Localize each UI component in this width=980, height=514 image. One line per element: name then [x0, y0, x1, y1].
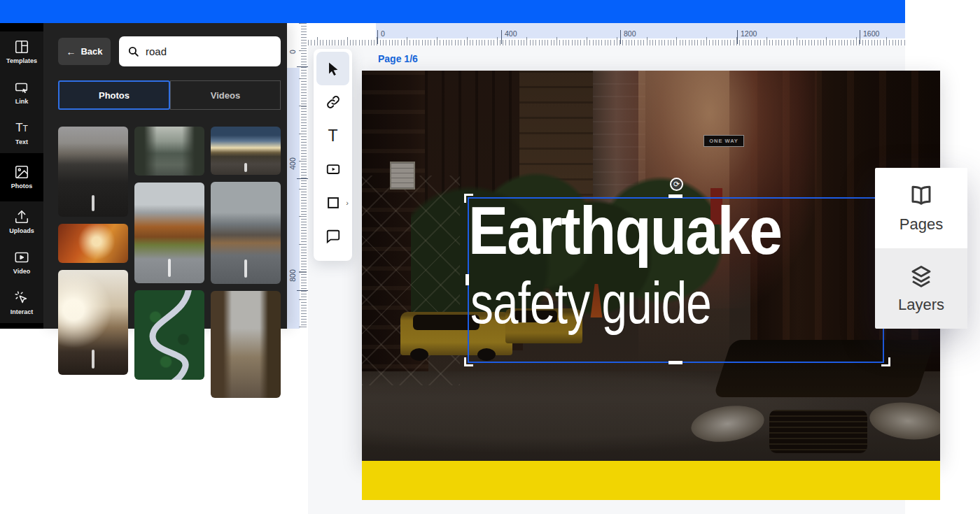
sidebar-item-label: Interact	[10, 308, 34, 315]
rotate-handle[interactable]	[670, 178, 683, 191]
tab-videos[interactable]: Videos	[170, 80, 281, 110]
layers-icon	[906, 264, 936, 289]
sidebar-item-label: Templates	[6, 57, 37, 64]
text-icon: TT	[14, 120, 29, 136]
photo-result-autumn-mountain-road[interactable]	[134, 183, 204, 283]
vertical-ruler-tick	[297, 178, 308, 179]
uploads-icon	[14, 209, 29, 224]
sidebar-item-label: Link	[15, 98, 29, 105]
sidebar-item-uploads[interactable]: Uploads	[0, 201, 43, 242]
top-bar	[0, 0, 905, 23]
select-tool[interactable]	[316, 52, 349, 85]
sidebar-item-photos[interactable]: Photos	[0, 157, 43, 197]
horizontal-ruler-page-highlight	[376, 23, 905, 38]
video-icon	[14, 250, 29, 265]
photo-result-city-street[interactable]	[211, 291, 281, 398]
sidebar-item-label: Video	[13, 268, 30, 275]
video-tool-icon	[326, 162, 341, 177]
horizontal-ruler-label: 1600	[860, 30, 879, 44]
selection-box[interactable]	[468, 197, 884, 363]
selection-edge-handle[interactable]	[668, 194, 682, 198]
selection-corner-handle[interactable]	[464, 194, 473, 203]
photos-icon	[14, 164, 29, 180]
sidebar-item-templates[interactable]: Templates	[0, 31, 43, 72]
vertical-ruler-tick	[297, 290, 308, 291]
pages-icon	[906, 183, 936, 208]
photo-result-sunset-road[interactable]	[58, 270, 128, 375]
panel-button-label: Pages	[899, 215, 943, 234]
selection-edge-handle[interactable]	[668, 361, 682, 364]
photo-result-mountain-road[interactable]	[211, 182, 281, 284]
video-tool[interactable]	[316, 152, 349, 186]
submenu-chevron-icon: ›	[346, 199, 349, 207]
photo-result-autumn-forest[interactable]	[58, 224, 128, 263]
page-footer-bar	[362, 461, 940, 500]
app-sidebar: TemplatesLinkTTTextPhotosUploadsVideoInt…	[0, 23, 43, 329]
back-arrow-icon	[66, 46, 76, 57]
tab-photos[interactable]: Photos	[58, 80, 170, 110]
search-input[interactable]	[146, 45, 272, 57]
sidebar-item-video[interactable]: Video	[0, 242, 43, 283]
link-tool[interactable]	[316, 85, 349, 119]
photo-result-dark-foggy-road[interactable]	[58, 127, 128, 217]
sidebar-item-label: Photos	[11, 183, 33, 190]
sidebar-group: TemplatesLinkTTText	[0, 31, 43, 153]
templates-icon	[14, 39, 29, 55]
sidebar-item-label: Uploads	[9, 227, 34, 234]
back-button[interactable]: Back	[58, 38, 111, 65]
sidebar-group: Photos	[0, 157, 43, 197]
sidebar-item-interact[interactable]: Interact	[0, 283, 43, 323]
select-tool-icon	[326, 61, 341, 76]
photo-result-wet-forest-road[interactable]	[134, 127, 204, 176]
link-tool-icon	[326, 94, 341, 110]
pages-layers-panel: PagesLayers	[875, 168, 967, 329]
panel-button-label: Layers	[898, 296, 944, 314]
app-window: 040080012001600 0400800 ONE WAY Earthqu	[0, 0, 980, 514]
text-tool-icon: T	[326, 128, 341, 143]
horizontal-ruler-label: 1200	[737, 30, 757, 44]
photo-grid-column	[134, 127, 204, 398]
comment-tool-icon	[326, 229, 341, 244]
horizontal-ruler-label: 0	[377, 30, 385, 44]
sidebar-group: UploadsVideoInteract	[0, 201, 43, 323]
back-button-label: Back	[80, 46, 102, 57]
sidebar-item-text[interactable]: TTText	[0, 113, 43, 153]
horizontal-ruler: 040080012001600	[287, 23, 905, 45]
layers-button[interactable]: Layers	[875, 248, 967, 329]
link-icon	[14, 80, 29, 95]
pages-button[interactable]: Pages	[875, 168, 967, 248]
vertical-ruler: 0400800	[287, 23, 308, 329]
photo-grid-column	[58, 127, 128, 398]
horizontal-ruler-label: 400	[501, 30, 517, 44]
text-tool[interactable]: T	[316, 119, 349, 152]
page-indicator: Page 1/6	[378, 53, 418, 64]
shape-tool-icon	[326, 195, 341, 210]
interact-icon	[14, 290, 29, 306]
sidebar-item-link[interactable]: Link	[0, 72, 43, 113]
search-icon	[127, 45, 139, 57]
comment-tool[interactable]	[316, 220, 349, 253]
shape-tool[interactable]: ›	[316, 186, 349, 220]
search-box[interactable]	[119, 36, 281, 66]
selection-corner-handle[interactable]	[464, 357, 473, 366]
canvas-toolbar: T›	[314, 49, 352, 261]
sidebar-item-label: Text	[15, 138, 28, 145]
photo-result-forest-aerial-road[interactable]	[134, 290, 204, 380]
vertical-ruler-tick	[297, 66, 308, 67]
photo-result-open-road-dramatic-sky[interactable]	[211, 127, 281, 175]
selection-corner-handle[interactable]	[881, 357, 890, 366]
horizontal-ruler-label: 800	[620, 30, 636, 44]
selection-edge-handle[interactable]	[465, 274, 469, 285]
photo-grid-column	[211, 127, 281, 398]
